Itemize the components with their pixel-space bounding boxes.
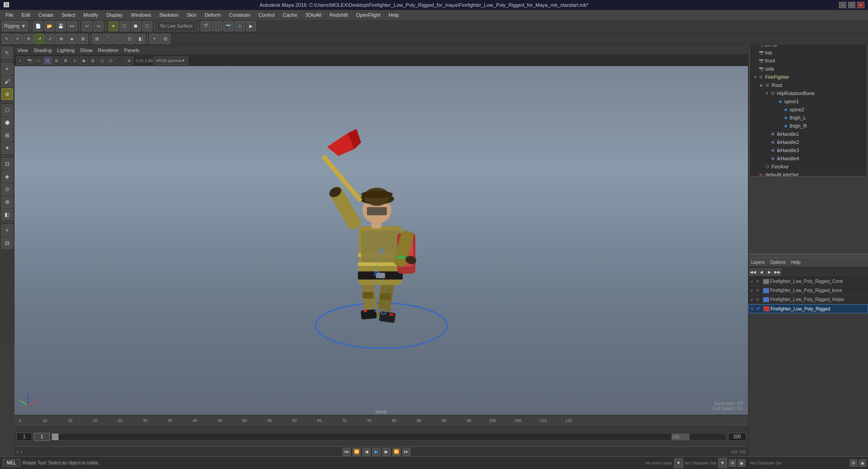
menu-modify[interactable]: Modify	[80, 11, 101, 19]
tool-6[interactable]: ⬢	[1, 117, 13, 129]
viewport-canvas[interactable]: X Y Z	[14, 66, 748, 415]
playhead[interactable]	[52, 434, 58, 440]
scroll-right-btn[interactable]: ▶▶	[774, 268, 781, 276]
tool-15[interactable]: ⊟	[1, 237, 13, 249]
layer-row-bone[interactable]: V P Firefighter_Low_Poly_Rigged_bone	[748, 286, 868, 295]
plus-button[interactable]: +	[149, 34, 159, 44]
layers-menu-options[interactable]: Options	[770, 260, 786, 265]
snap-grid-button[interactable]: ⊞	[92, 34, 102, 44]
tool-8[interactable]: ✦	[1, 142, 13, 154]
anim-options-2[interactable]: ◉	[738, 459, 745, 467]
play-button[interactable]: ▶	[372, 448, 381, 456]
tree-item-firefighter[interactable]: ▼ ⊞ FireFighter	[750, 73, 867, 81]
next-frame-button[interactable]: ▶	[382, 448, 391, 456]
tool-13[interactable]: ◧	[1, 209, 13, 220]
tool-14[interactable]: +	[1, 225, 13, 236]
show-manip-button[interactable]: ⊞	[78, 34, 88, 44]
menu-display[interactable]: Display	[103, 11, 126, 19]
tree-item-ik3[interactable]: ⊕ ikHandle3	[750, 146, 867, 154]
layer-row-helper[interactable]: V P Firefighter_Low_Poly_Rigged_Helpe	[748, 295, 868, 304]
step-forward-button[interactable]: ⏩	[392, 448, 400, 456]
paint-select-button[interactable]: ⬢	[131, 21, 141, 31]
anim-options-1[interactable]: ⚙	[729, 459, 736, 467]
tree-item-ik2[interactable]: ⊕ ikHandle2	[750, 138, 867, 146]
jump-start-button[interactable]: ⏮	[342, 448, 351, 456]
menu-help[interactable]: Help	[385, 11, 403, 19]
vt-cam[interactable]: 📷	[25, 57, 34, 65]
menu-deform[interactable]: Deform	[201, 11, 225, 19]
scroll-prev-btn[interactable]: ◀	[757, 268, 765, 276]
render3-button[interactable]: 📷	[223, 21, 233, 31]
scroll-next-btn[interactable]: ▶	[766, 268, 773, 276]
layers-menu-layers[interactable]: Layers	[751, 260, 765, 265]
snap-point-button[interactable]: ·	[114, 34, 124, 44]
select-tool[interactable]: ↖	[1, 47, 13, 59]
current-frame-input[interactable]	[34, 433, 50, 441]
render2-button[interactable]: 🎥	[212, 21, 222, 31]
menu-edit[interactable]: Edit	[18, 11, 34, 19]
scale-tool-button[interactable]: ⤢	[45, 34, 55, 44]
snap-curve-button[interactable]: ⌒	[103, 34, 113, 44]
tree-item-side[interactable]: 📷 side	[750, 65, 867, 73]
vp-menu-panels[interactable]: Panels	[124, 48, 140, 53]
select-mode-button[interactable]: ✦	[108, 21, 118, 31]
vt-smooth[interactable]: ⊟	[43, 57, 52, 65]
tool-11[interactable]: ⊙	[1, 183, 13, 195]
menu-create[interactable]: Create	[35, 11, 57, 19]
menu-skeleton[interactable]: Skeleton	[155, 11, 182, 19]
tree-item-thigh-l[interactable]: ◈ thigh_L	[750, 114, 867, 122]
tool-5[interactable]: ⬡	[1, 104, 13, 116]
tree-item-fireaxe[interactable]: ⬡ FireAxe	[750, 163, 867, 171]
vp-menu-lighting[interactable]: Lighting	[57, 48, 75, 53]
timeline-slider[interactable]: 120	[52, 433, 726, 440]
tree-item-thigh-r[interactable]: ◈ thigh_R	[750, 122, 867, 130]
vp-menu-renderer[interactable]: Renderer	[98, 48, 119, 53]
tool-12[interactable]: ⊛	[1, 196, 13, 208]
tree-item-spine1[interactable]: ◈ spine1	[750, 97, 867, 105]
soft-mod-button[interactable]: ◈	[67, 34, 77, 44]
tree-item-ik1[interactable]: ⊕ ikHandle1	[750, 130, 867, 138]
vt-light[interactable]: ⊙	[71, 57, 79, 65]
tree-item-top[interactable]: 📷 top	[750, 48, 867, 57]
render5-button[interactable]: ▶	[246, 21, 256, 31]
menu-windows[interactable]: Windows	[127, 11, 155, 19]
right-btn-2[interactable]: ◉	[859, 459, 866, 467]
layers-menu-help[interactable]: Help	[791, 260, 800, 265]
vt-shaded[interactable]: ⊞	[53, 57, 61, 65]
vp-menu-shading[interactable]: Shading	[34, 48, 52, 53]
paint-tool[interactable]: 🖌	[1, 76, 13, 87]
active-tool[interactable]: ⊕	[1, 88, 13, 100]
step-back-button[interactable]: ⏪	[352, 448, 361, 456]
vp-menu-view[interactable]: View	[17, 48, 28, 53]
menu-constrain[interactable]: Constrain	[226, 11, 254, 19]
render4-button[interactable]: ⊙	[235, 21, 245, 31]
lasso-button[interactable]: ⬡	[120, 21, 130, 31]
right-btn-1[interactable]: ⚙	[850, 459, 857, 467]
vt-shadow[interactable]: ◉	[80, 57, 88, 65]
move-tool-button[interactable]: ✛	[24, 34, 34, 44]
minimize-button[interactable]: ─	[839, 2, 846, 8]
vt-component[interactable]: ·	[116, 57, 124, 65]
end-frame-input[interactable]	[728, 433, 746, 441]
universal-manip-button[interactable]: ⊕	[56, 34, 66, 44]
close-button[interactable]: ✕	[857, 2, 864, 8]
tree-item-spine2[interactable]: ◈ spine2	[750, 105, 867, 114]
vt-wire[interactable]: ⬡	[34, 57, 43, 65]
vp-menu-show[interactable]: Show	[80, 48, 93, 53]
menu-3dtoall[interactable]: 3DtoAll	[302, 11, 325, 19]
vt-sel[interactable]: ⊡	[107, 57, 115, 65]
render-button[interactable]: 🎬	[201, 21, 211, 31]
mode-dropdown[interactable]: Rigging ▼	[2, 21, 28, 31]
tool-7[interactable]: ⊞	[1, 129, 13, 141]
new-scene-button[interactable]: 📄	[33, 21, 43, 31]
char-set-dropdown[interactable]: ▼	[718, 458, 727, 468]
tool-9[interactable]: ⊡	[1, 158, 13, 170]
menu-select[interactable]: Select	[58, 11, 79, 19]
menu-cache[interactable]: Cache	[279, 11, 301, 19]
tree-item-ik4[interactable]: ⊕ ikHandle4	[750, 154, 867, 163]
scroll-left-btn[interactable]: ◀◀	[749, 268, 757, 276]
select-tool-button[interactable]: ↖	[2, 34, 12, 44]
vt-gamma[interactable]: sRGB gamma▼	[154, 57, 188, 65]
save-as-button[interactable]: SA	[67, 21, 77, 31]
redo-button[interactable]: ↪	[93, 21, 103, 31]
